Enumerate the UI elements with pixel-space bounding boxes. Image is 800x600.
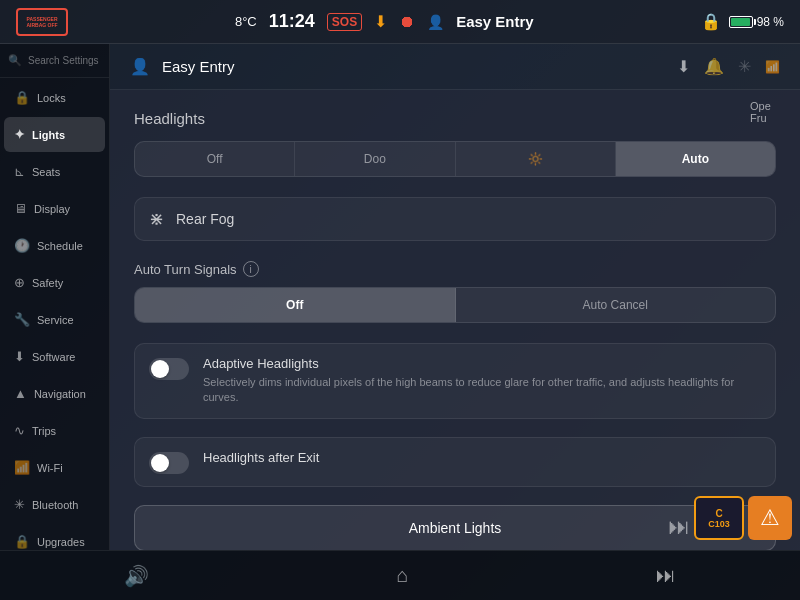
adaptive-headlights-toggle[interactable]: [149, 358, 189, 380]
sidebar: 🔍 🔒 Locks ✦ Lights ⊾ Seats 🖥 Display 🕐 S…: [0, 44, 110, 550]
sidebar-item-bluetooth[interactable]: ✳ Bluetooth: [4, 487, 105, 522]
temperature-display: 8°C: [235, 14, 257, 29]
search-input[interactable]: [28, 55, 101, 66]
headlights-bright-btn[interactable]: 🔆: [456, 142, 616, 176]
software-label: Software: [32, 351, 75, 363]
time-display: 11:24: [269, 11, 315, 32]
bluetooth-sub-icon[interactable]: ✳: [738, 57, 751, 76]
radio-text: C C103: [708, 508, 730, 529]
lights-label: Lights: [32, 129, 65, 141]
sidebar-item-wifi[interactable]: 📶 Wi-Fi: [4, 450, 105, 485]
media-skip-icon[interactable]: ⏭: [648, 556, 684, 595]
auto-turn-signals-title: Auto Turn Signals: [134, 262, 237, 277]
fog-icon: ⋇: [149, 208, 164, 230]
sidebar-item-navigation[interactable]: ▲ Navigation: [4, 376, 105, 411]
sidebar-item-schedule[interactable]: 🕐 Schedule: [4, 228, 105, 263]
headlights-title: Headlights: [134, 110, 776, 127]
signal-icon: 📶: [765, 60, 780, 74]
sidebar-item-locks[interactable]: 🔒 Locks: [4, 80, 105, 115]
volume-icon[interactable]: 🔊: [116, 556, 157, 596]
sidebar-item-software[interactable]: ⬇ Software: [4, 339, 105, 374]
sub-header-title: Easy Entry: [162, 58, 235, 75]
adaptive-headlights-row: Adaptive Headlights Selectively dims ind…: [134, 343, 776, 419]
record-icon: ⏺: [399, 13, 415, 31]
headlights-exit-toggle[interactable]: [149, 452, 189, 474]
side-text-fru: Fru: [750, 112, 800, 124]
seats-nav-icon: ⊾: [14, 164, 25, 179]
sub-header-icons: ⬇ 🔔 ✳ 📶: [677, 57, 780, 76]
auto-turn-signals-group: Off Auto Cancel: [134, 287, 776, 323]
home-icon[interactable]: ⌂: [388, 556, 416, 595]
wifi-nav-icon: 📶: [14, 460, 30, 475]
turn-signals-off-btn[interactable]: Off: [135, 288, 456, 322]
lock-nav-icon: 🔒: [14, 90, 30, 105]
upgrades-nav-icon: 🔒: [14, 534, 30, 549]
bell-icon[interactable]: 🔔: [704, 57, 724, 76]
turn-signals-auto-cancel-btn[interactable]: Auto Cancel: [456, 288, 776, 322]
sidebar-item-service[interactable]: 🔧 Service: [4, 302, 105, 337]
wifi-label: Wi-Fi: [37, 462, 63, 474]
user-icon: 👤: [427, 14, 444, 30]
warning-badge[interactable]: ⚠: [748, 496, 792, 540]
status-left: PASSENGERAIRBAG OFF: [16, 8, 68, 36]
status-bar: PASSENGERAIRBAG OFF 8°C 11:24 SOS ⬇ ⏺ 👤 …: [0, 0, 800, 44]
headlights-exit-info: Headlights after Exit: [203, 450, 761, 469]
sidebar-item-safety[interactable]: ⊕ Safety: [4, 265, 105, 300]
rear-fog-label: Rear Fog: [176, 211, 234, 227]
headlights-button-group: Off Doo 🔆 Auto: [134, 141, 776, 177]
headlights-auto-btn[interactable]: Auto: [616, 142, 775, 176]
sidebar-item-display[interactable]: 🖥 Display: [4, 191, 105, 226]
bottom-bar: 🔊 ⌂ ⏭: [0, 550, 800, 600]
download-status-icon: ⬇: [374, 12, 387, 31]
headlights-doo-btn[interactable]: Doo: [295, 142, 455, 176]
sidebar-item-lights[interactable]: ✦ Lights: [4, 117, 105, 152]
bluetooth-label: Bluetooth: [32, 499, 78, 511]
headlights-section: Headlights Off Doo 🔆 Auto: [134, 110, 776, 177]
sidebar-item-upgrades[interactable]: 🔒 Upgrades: [4, 524, 105, 550]
toggle-thumb-adaptive: [151, 360, 169, 378]
skip-button[interactable]: ⏭: [668, 514, 690, 540]
airbag-badge: PASSENGERAIRBAG OFF: [16, 8, 68, 36]
lock-status-icon: 🔒: [701, 12, 721, 31]
adaptive-headlights-desc: Selectively dims individual pixels of th…: [203, 375, 761, 406]
headlights-exit-label: Headlights after Exit: [203, 450, 761, 465]
toggle-track-adaptive: [149, 358, 189, 380]
battery-display: 98 %: [729, 15, 784, 29]
navigation-label: Navigation: [34, 388, 86, 400]
auto-turn-signals-header: Auto Turn Signals i: [134, 261, 776, 277]
side-text-ope: Ope: [750, 100, 800, 112]
sub-header: 👤 Easy Entry ⬇ 🔔 ✳ 📶: [110, 44, 800, 90]
adaptive-headlights-info: Adaptive Headlights Selectively dims ind…: [203, 356, 761, 406]
auto-turn-info-icon[interactable]: i: [243, 261, 259, 277]
service-nav-icon: 🔧: [14, 312, 30, 327]
battery-percentage: 98 %: [757, 15, 784, 29]
headlights-exit-row: Headlights after Exit: [134, 437, 776, 487]
brightness-icon: 🔆: [528, 152, 543, 166]
display-label: Display: [34, 203, 70, 215]
locks-label: Locks: [37, 92, 66, 104]
schedule-label: Schedule: [37, 240, 83, 252]
software-nav-icon: ⬇: [14, 349, 25, 364]
sos-badge[interactable]: SOS: [327, 13, 362, 31]
status-right: 🔒 98 %: [701, 12, 784, 31]
trips-label: Trips: [32, 425, 56, 437]
safety-label: Safety: [32, 277, 63, 289]
toggle-track-exit: [149, 452, 189, 474]
toggle-thumb-exit: [151, 454, 169, 472]
radio-badge[interactable]: C C103: [694, 496, 744, 540]
download-icon[interactable]: ⬇: [677, 57, 690, 76]
side-text: Ope Fru: [750, 100, 800, 124]
rear-fog-row[interactable]: ⋇ Rear Fog: [134, 197, 776, 241]
trips-nav-icon: ∿: [14, 423, 25, 438]
auto-turn-signals-section: Auto Turn Signals i Off Auto Cancel: [134, 261, 776, 323]
headlights-off-btn[interactable]: Off: [135, 142, 295, 176]
service-label: Service: [37, 314, 74, 326]
battery-icon: [729, 16, 753, 28]
safety-nav-icon: ⊕: [14, 275, 25, 290]
warning-icon: ⚠: [760, 505, 780, 531]
search-box[interactable]: 🔍: [0, 44, 109, 78]
adaptive-headlights-label: Adaptive Headlights: [203, 356, 761, 371]
sidebar-item-trips[interactable]: ∿ Trips: [4, 413, 105, 448]
sidebar-item-seats[interactable]: ⊾ Seats: [4, 154, 105, 189]
navigation-nav-icon: ▲: [14, 386, 27, 401]
